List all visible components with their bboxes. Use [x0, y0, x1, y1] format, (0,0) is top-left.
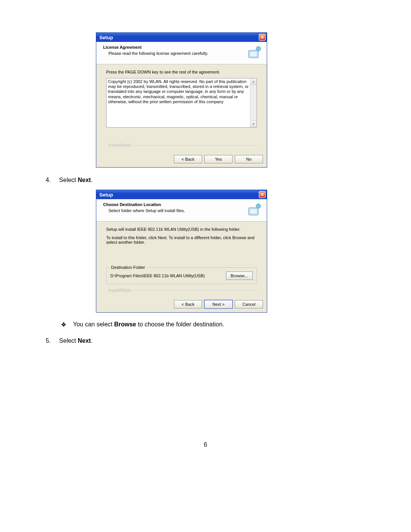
destination-dialog: Setup ✕ Choose Destination Location Sele…: [96, 190, 267, 313]
svg-point-2: [256, 46, 261, 51]
title-bar: Setup ✕: [96, 190, 267, 199]
scroll-down-icon[interactable]: ▼: [250, 121, 256, 127]
fieldset-legend: Destination Folder: [110, 265, 147, 270]
destination-folder-group: Destination Folder D:\Program Files\IEEE…: [106, 267, 257, 284]
step-number: 4.: [46, 177, 51, 184]
svg-point-5: [256, 204, 261, 208]
cancel-button[interactable]: Cancel: [235, 300, 263, 308]
close-icon[interactable]: ✕: [259, 191, 266, 198]
next-button[interactable]: Next >: [204, 300, 233, 308]
browse-button[interactable]: Browse...: [226, 272, 253, 280]
header-title: License Agreement: [103, 45, 244, 50]
back-button[interactable]: < Back: [174, 300, 202, 308]
window-title: Setup: [99, 35, 113, 40]
instruction-text: Press the PAGE DOWN key to see the rest …: [106, 70, 257, 74]
installer-icon: [246, 202, 262, 218]
installer-icon: [246, 45, 262, 61]
step-4: 4. Select Next.: [46, 177, 411, 184]
wizard-header: License Agreement Please read the follow…: [96, 42, 267, 64]
brand-label: InstallShield: [106, 284, 257, 292]
step-text: Select Next.: [59, 337, 92, 344]
diamond-bullet-icon: ❖: [61, 321, 66, 328]
back-button[interactable]: < Back: [174, 155, 202, 163]
yes-button[interactable]: Yes: [204, 155, 233, 163]
bullet-browse: ❖ You can select Browse to choose the fo…: [61, 321, 411, 328]
window-title: Setup: [99, 192, 113, 198]
title-bar: Setup ✕: [96, 33, 267, 42]
license-textbox[interactable]: Copyright (c) 2002 by WLAN. All rights r…: [106, 78, 257, 128]
svg-rect-1: [250, 52, 257, 56]
destination-path: D:\Program Files\IEEE 802.11b WLAN Utili…: [110, 273, 223, 278]
step-text: Select Next.: [59, 177, 92, 184]
header-subtitle: Select folder where Setup will install f…: [103, 208, 244, 213]
scrollbar[interactable]: ▲ ▼: [250, 78, 256, 127]
close-icon[interactable]: ✕: [259, 34, 266, 41]
license-dialog: Setup ✕ License Agreement Please read th…: [96, 32, 267, 168]
wizard-header: Choose Destination Location Select folde…: [96, 199, 267, 222]
step-5: 5. Select Next.: [46, 337, 411, 344]
install-line-2: To install to this folder, click Next. T…: [106, 235, 257, 244]
step-number: 5.: [46, 337, 51, 344]
page-number: 6: [0, 441, 411, 448]
header-title: Choose Destination Location: [103, 202, 244, 207]
bullet-text: You can select Browse to choose the fold…: [73, 321, 224, 328]
install-line-1: Setup will install IEEE 802.11b WLAN Uti…: [106, 227, 257, 232]
header-subtitle: Please read the following license agreem…: [103, 51, 244, 56]
svg-rect-4: [250, 209, 257, 214]
license-text: Copyright (c) 2002 by WLAN. All rights r…: [108, 79, 255, 126]
scroll-up-icon[interactable]: ▲: [250, 78, 256, 85]
no-button[interactable]: No: [235, 155, 263, 163]
brand-label: InstallShield: [106, 128, 257, 147]
